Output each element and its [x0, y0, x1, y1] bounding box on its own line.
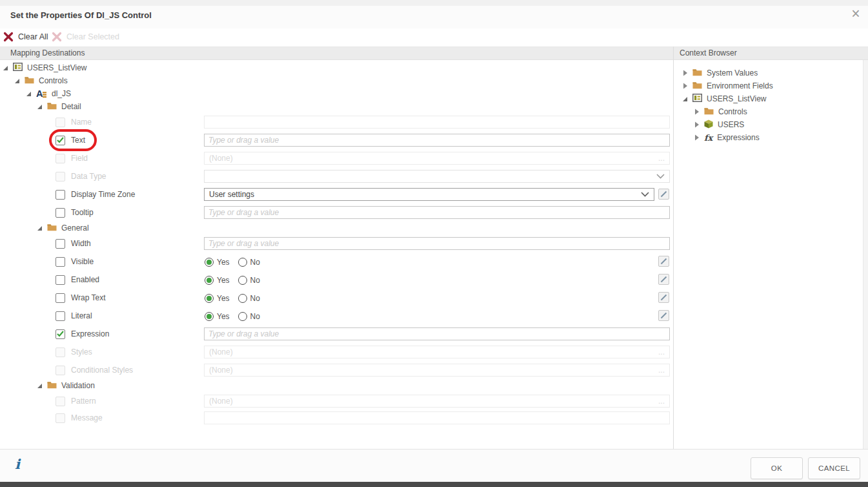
literal-radio-yes[interactable]	[205, 312, 214, 321]
enabled-radio-yes[interactable]	[205, 276, 214, 285]
expander-expanded-icon[interactable]	[37, 383, 43, 389]
enabled-resolve-button[interactable]	[658, 274, 669, 285]
context-browser-scrollbar[interactable]	[863, 60, 868, 450]
ctx-node-users-listview[interactable]: USERS_ListView	[682, 92, 766, 105]
expander-expanded-icon[interactable]	[37, 104, 43, 110]
expander-expanded-icon[interactable]	[37, 225, 43, 231]
tree-node-users-listview[interactable]: USERS_ListView	[3, 61, 86, 74]
radio-yes-label: Yes	[217, 258, 230, 267]
checkbox-expression-checked[interactable]	[56, 329, 65, 339]
ctx-node-controls[interactable]: Controls	[694, 105, 747, 118]
slash-icon	[660, 191, 667, 198]
tree-node-label: USERS_ListView	[707, 94, 766, 103]
tree-node-wrap-text[interactable]: Wrap Text	[56, 291, 106, 304]
tree-node-field: Field	[56, 152, 88, 165]
display-time-zone-select[interactable]: User settings	[204, 188, 654, 201]
expander-expanded-icon[interactable]	[14, 78, 20, 84]
checkbox-literal[interactable]	[56, 311, 65, 321]
display-time-zone-resolve-button[interactable]	[658, 189, 669, 200]
checkbox-tooltip[interactable]	[56, 208, 65, 218]
tree-node-visible[interactable]: Visible	[56, 255, 94, 268]
tree-node-label: Styles	[71, 347, 92, 357]
tree-node-width[interactable]: Width	[56, 237, 91, 250]
field-value-field: (None) ...	[204, 152, 670, 165]
ctx-node-system-values[interactable]: System Values	[682, 67, 758, 79]
tree-node-text[interactable]: Text	[56, 134, 85, 147]
tree-node-styles: Styles	[56, 346, 92, 358]
checkbox-wrap-text[interactable]	[56, 293, 65, 303]
wrap-text-radio-no[interactable]	[238, 294, 247, 303]
tree-node-label: Expression	[71, 329, 109, 338]
fx-expressions-icon: fx	[704, 133, 712, 143]
radio-no-label: No	[250, 312, 260, 321]
expander-collapsed-icon[interactable]	[682, 83, 688, 89]
svg-text:A: A	[36, 88, 43, 98]
checkbox-text-checked[interactable]	[56, 136, 65, 145]
visible-radio-group: Yes No	[205, 257, 260, 267]
tree-node-label: Detail	[61, 102, 81, 111]
tree-node-dljs[interactable]: A dl_JS	[26, 87, 71, 100]
ctx-node-expressions[interactable]: fx Expressions	[694, 131, 760, 144]
visible-resolve-button[interactable]	[658, 256, 669, 267]
slash-icon	[660, 276, 667, 283]
tree-node-expression[interactable]: Expression	[56, 327, 109, 340]
tree-node-label: Environment Fields	[707, 81, 773, 90]
checkbox-enabled[interactable]	[56, 275, 65, 285]
tree-node-label: Tooltip	[71, 208, 94, 217]
checkbox-width[interactable]	[56, 239, 65, 249]
radio-yes-label: Yes	[217, 312, 230, 321]
tree-node-label: Conditional Styles	[71, 366, 133, 375]
tree-node-tooltip[interactable]: Tooltip	[56, 206, 94, 219]
smartobject-cube-icon	[704, 119, 713, 130]
ellipsis-button: ...	[658, 366, 665, 375]
data-type-select[interactable]	[204, 170, 670, 183]
tree-node-validation[interactable]: Validation	[37, 379, 95, 392]
wrap-text-resolve-button[interactable]	[658, 292, 669, 303]
width-value-input[interactable]	[204, 237, 670, 250]
checkbox-display-time-zone[interactable]	[56, 190, 65, 200]
slash-icon	[660, 312, 667, 319]
expander-expanded-icon[interactable]	[3, 65, 8, 71]
expander-collapsed-icon[interactable]	[694, 109, 700, 115]
tree-node-label: Message	[71, 413, 103, 422]
literal-radio-no[interactable]	[238, 312, 247, 321]
ellipsis-button: ...	[658, 347, 665, 357]
radio-yes-label: Yes	[217, 276, 230, 285]
cancel-button[interactable]: CANCEL	[808, 457, 860, 479]
ctx-node-environment-fields[interactable]: Environment Fields	[682, 79, 773, 92]
close-icon[interactable]: ×	[847, 5, 864, 22]
tree-node-general[interactable]: General	[37, 222, 89, 234]
chevron-down-icon	[656, 174, 665, 179]
expander-collapsed-icon[interactable]	[694, 121, 700, 128]
text-value-input[interactable]	[204, 134, 670, 147]
wrap-text-radio-yes[interactable]	[205, 294, 214, 303]
tree-node-detail[interactable]: Detail	[37, 100, 81, 113]
tooltip-value-input[interactable]	[204, 206, 670, 219]
tree-node-enabled[interactable]: Enabled	[56, 273, 99, 286]
none-value: (None)	[209, 397, 233, 406]
visible-radio-no[interactable]	[238, 258, 247, 267]
clear-selected-x-icon	[52, 32, 62, 42]
tree-node-display-time-zone[interactable]: Display Time Zone	[56, 188, 135, 201]
folder-icon	[47, 223, 57, 233]
checkbox-visible[interactable]	[56, 257, 65, 267]
expander-expanded-icon[interactable]	[682, 96, 688, 102]
expression-value-input[interactable]	[204, 327, 670, 340]
enabled-radio-no[interactable]	[238, 276, 247, 285]
visible-radio-yes[interactable]	[205, 258, 214, 267]
clear-all-button[interactable]: Clear All	[3, 32, 48, 42]
tree-node-label: Width	[71, 239, 91, 248]
expander-expanded-icon[interactable]	[26, 91, 32, 97]
expander-collapsed-icon[interactable]	[682, 70, 688, 76]
expander-collapsed-icon[interactable]	[694, 134, 700, 141]
checkbox-conditional-styles	[56, 366, 65, 375]
ctx-node-users[interactable]: USERS	[694, 118, 744, 131]
tree-node-literal[interactable]: Literal	[56, 309, 92, 322]
pattern-value-field: (None) ...	[204, 395, 670, 408]
tree-node-controls[interactable]: Controls	[14, 74, 68, 87]
ok-button[interactable]: OK	[751, 457, 803, 479]
literal-resolve-button[interactable]	[658, 310, 669, 321]
radio-no-label: No	[250, 294, 260, 303]
folder-icon	[47, 380, 57, 391]
tree-node-data-type: Data Type	[56, 170, 106, 183]
